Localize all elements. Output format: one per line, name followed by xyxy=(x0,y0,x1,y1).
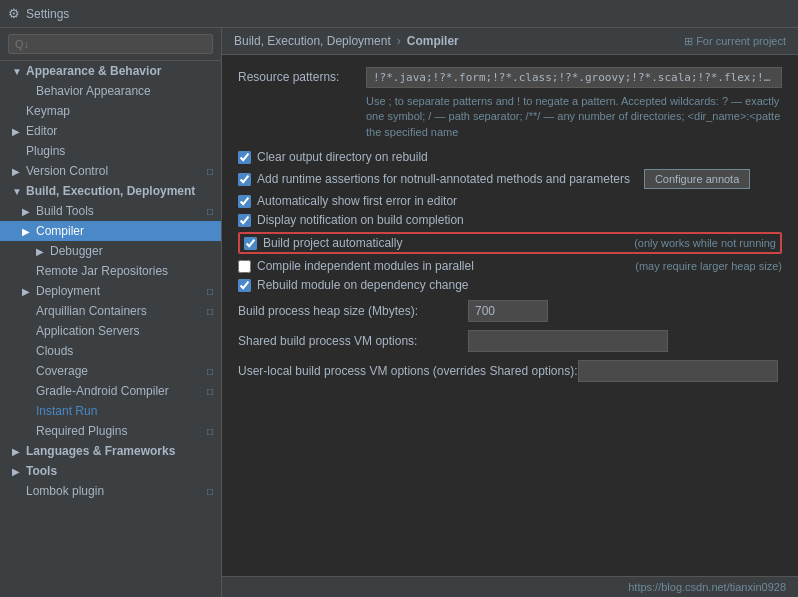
sidebar-item-compiler[interactable]: ▶Compiler xyxy=(0,221,221,241)
sidebar-item-label: Plugins xyxy=(26,144,65,158)
sidebar-item-label: Version Control xyxy=(26,164,108,178)
breadcrumb-separator: › xyxy=(397,34,401,48)
window-title: Settings xyxy=(26,7,69,21)
search-input[interactable] xyxy=(8,34,213,54)
input-row-user-local-vm-options: User-local build process VM options (ove… xyxy=(238,360,782,382)
checkbox-runtime-assertions[interactable] xyxy=(238,173,251,186)
sidebar-item-clouds[interactable]: Clouds xyxy=(0,341,221,361)
side-note-compile-independent: (may require larger heap size) xyxy=(635,260,782,272)
sidebar-item-behavior-appearance[interactable]: Behavior Appearance xyxy=(0,81,221,101)
checkbox-row-clear-output: Clear output directory on rebuild xyxy=(238,150,782,164)
resource-patterns-label: Resource patterns: xyxy=(238,67,358,84)
sync-icon: □ xyxy=(207,386,213,397)
input-label-shared-vm-options: Shared build process VM options: xyxy=(238,334,468,348)
sidebar-item-label: Languages & Frameworks xyxy=(26,444,175,458)
arrow-icon: ▶ xyxy=(12,126,22,137)
breadcrumb-bar: Build, Execution, Deployment › Compiler … xyxy=(222,28,798,55)
breadcrumb-path: Build, Execution, Deployment xyxy=(234,34,391,48)
resource-patterns-input[interactable] xyxy=(366,67,782,88)
sidebar-item-plugins[interactable]: Plugins xyxy=(0,141,221,161)
arrow-icon: ▶ xyxy=(22,226,32,237)
sidebar-item-label: Keymap xyxy=(26,104,70,118)
arrow-icon: ▼ xyxy=(12,66,22,77)
sidebar-item-label: Gradle-Android Compiler xyxy=(36,384,169,398)
sync-icon: □ xyxy=(207,486,213,497)
input-row-shared-vm-options: Shared build process VM options: xyxy=(238,330,782,352)
sidebar-item-debugger[interactable]: ▶Debugger xyxy=(0,241,221,261)
checkbox-row-show-first-error: Automatically show first error in editor xyxy=(238,194,782,208)
checkboxes-container: Clear output directory on rebuildAdd run… xyxy=(238,150,782,292)
content-body: Resource patterns: Use ; to separate pat… xyxy=(222,55,798,576)
checkbox-compile-independent[interactable] xyxy=(238,260,251,273)
sidebar-item-label: Instant Run xyxy=(36,404,97,418)
checkbox-label-clear-output: Clear output directory on rebuild xyxy=(257,150,428,164)
main-container: ▼Appearance & BehaviorBehavior Appearanc… xyxy=(0,28,798,597)
checkbox-row-rebuild-module: Rebuild module on dependency change xyxy=(238,278,782,292)
sidebar-item-languages-frameworks[interactable]: ▶Languages & Frameworks xyxy=(0,441,221,461)
resource-hint: Use ; to separate patterns and ! to nega… xyxy=(366,94,782,140)
sidebar-item-tools[interactable]: ▶Tools xyxy=(0,461,221,481)
gear-icon: ⚙ xyxy=(8,6,20,21)
title-bar: ⚙ Settings xyxy=(0,0,798,28)
checkbox-rebuild-module[interactable] xyxy=(238,279,251,292)
sidebar-item-build-execution-deployment[interactable]: ▼Build, Execution, Deployment xyxy=(0,181,221,201)
input-field-user-local-vm-options[interactable] xyxy=(578,360,778,382)
checkbox-label-build-automatically: Build project automatically xyxy=(263,236,402,250)
checkbox-clear-output[interactable] xyxy=(238,151,251,164)
breadcrumb-current: Compiler xyxy=(407,34,459,48)
sidebar-item-lombok-plugin[interactable]: Lombok plugin□ xyxy=(0,481,221,501)
for-current-project[interactable]: ⊞ For current project xyxy=(684,35,786,48)
resource-patterns-row: Resource patterns: xyxy=(238,67,782,88)
sidebar-item-label: Tools xyxy=(26,464,57,478)
sidebar-item-remote-jar-repositories[interactable]: Remote Jar Repositories xyxy=(0,261,221,281)
sidebar-item-coverage[interactable]: Coverage□ xyxy=(0,361,221,381)
arrow-icon: ▶ xyxy=(36,246,46,257)
input-field-heap-size[interactable] xyxy=(468,300,548,322)
side-note-build-automatically: (only works while not running xyxy=(634,237,776,249)
checkbox-row-build-automatically: Build project automatically(only works w… xyxy=(238,232,782,254)
url-text: https://blog.csdn.net/tianxin0928 xyxy=(628,581,786,593)
sidebar-item-label: Coverage xyxy=(36,364,88,378)
checkbox-show-first-error[interactable] xyxy=(238,195,251,208)
sidebar-item-label: Remote Jar Repositories xyxy=(36,264,168,278)
sync-icon: □ xyxy=(207,366,213,377)
checkbox-row-runtime-assertions: Add runtime assertions for notnull-annot… xyxy=(238,169,782,189)
sidebar-item-version-control[interactable]: ▶Version Control□ xyxy=(0,161,221,181)
arrow-icon: ▶ xyxy=(12,446,22,457)
sidebar-item-label: Debugger xyxy=(50,244,103,258)
sidebar-item-label: Editor xyxy=(26,124,57,138)
sidebar-item-label: Required Plugins xyxy=(36,424,127,438)
sidebar-item-application-servers[interactable]: Application Servers xyxy=(0,321,221,341)
checkbox-row-display-notification: Display notification on build completion xyxy=(238,213,782,227)
sidebar-item-keymap[interactable]: Keymap xyxy=(0,101,221,121)
configure-annotations-button[interactable]: Configure annota xyxy=(644,169,750,189)
sidebar-item-deployment[interactable]: ▶Deployment□ xyxy=(0,281,221,301)
sidebar-item-editor[interactable]: ▶Editor xyxy=(0,121,221,141)
checkbox-display-notification[interactable] xyxy=(238,214,251,227)
sync-icon: □ xyxy=(207,166,213,177)
arrow-icon: ▼ xyxy=(12,186,22,197)
sidebar-item-gradle-android-compiler[interactable]: Gradle-Android Compiler□ xyxy=(0,381,221,401)
sync-icon: □ xyxy=(207,286,213,297)
sync-icon: □ xyxy=(207,206,213,217)
input-field-shared-vm-options[interactable] xyxy=(468,330,668,352)
sync-icon: □ xyxy=(207,426,213,437)
sidebar-item-label: Behavior Appearance xyxy=(36,84,151,98)
arrow-icon: ▶ xyxy=(22,286,32,297)
sidebar: ▼Appearance & BehaviorBehavior Appearanc… xyxy=(0,28,222,597)
sidebar-item-instant-run[interactable]: Instant Run xyxy=(0,401,221,421)
arrow-icon: ▶ xyxy=(12,466,22,477)
sidebar-item-label: Deployment xyxy=(36,284,100,298)
sidebar-item-build-tools[interactable]: ▶Build Tools□ xyxy=(0,201,221,221)
bottom-bar: https://blog.csdn.net/tianxin0928 xyxy=(222,576,798,597)
sidebar-item-label: Appearance & Behavior xyxy=(26,64,161,78)
sidebar-item-arquillian-containers[interactable]: Arquillian Containers□ xyxy=(0,301,221,321)
sidebar-item-required-plugins[interactable]: Required Plugins□ xyxy=(0,421,221,441)
content-area: Build, Execution, Deployment › Compiler … xyxy=(222,28,798,597)
checkbox-label-show-first-error: Automatically show first error in editor xyxy=(257,194,457,208)
sidebar-item-appearance-behavior[interactable]: ▼Appearance & Behavior xyxy=(0,61,221,81)
checkbox-build-automatically[interactable] xyxy=(244,237,257,250)
sidebar-list: ▼Appearance & BehaviorBehavior Appearanc… xyxy=(0,61,221,501)
input-label-user-local-vm-options: User-local build process VM options (ove… xyxy=(238,364,578,378)
checkbox-label-compile-independent: Compile independent modules in parallel xyxy=(257,259,474,273)
